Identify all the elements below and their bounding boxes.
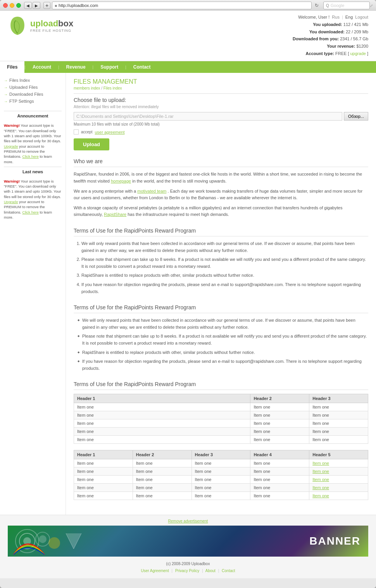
terms1-section: Terms of Use for the RapidPoints Reward … bbox=[74, 228, 368, 295]
footer-links: User Agreement | Privacy Policy | About … bbox=[8, 567, 368, 574]
upload-section: Choose file to upload: Attention: illega… bbox=[74, 97, 368, 150]
new-tab-button[interactable]: + bbox=[43, 2, 50, 9]
traffic-lights bbox=[3, 3, 21, 8]
browser-nav-buttons: ◀ ▶ bbox=[24, 2, 40, 9]
announcement-title: Announcement bbox=[4, 111, 62, 121]
col-header: Header 4 bbox=[250, 450, 309, 459]
upgrade-link-news[interactable]: Upgrade bbox=[4, 200, 18, 204]
warning-label: Warning! bbox=[4, 123, 20, 128]
footer-user-agreement[interactable]: User Agreement bbox=[141, 569, 169, 573]
forward-button[interactable]: ▶ bbox=[33, 2, 40, 9]
breadcrumb: members index / Files index bbox=[74, 86, 368, 90]
para-2: We are a young enterprise with a motivat… bbox=[74, 188, 368, 202]
col-header: Header 2 bbox=[250, 394, 309, 403]
logo-text: uploadbox FREE FILE HOSTING bbox=[30, 19, 73, 33]
page: uploadbox FREE FILE HOSTING Welcome, Use… bbox=[0, 11, 376, 578]
logout-link[interactable]: Logout bbox=[355, 15, 368, 19]
table-row: Item oneItem oneItem oneItem oneItem one bbox=[74, 467, 368, 476]
lang-rus[interactable]: Rus bbox=[332, 15, 340, 19]
rapidshare-link[interactable]: RapidShare bbox=[104, 212, 126, 217]
svg-point-5 bbox=[48, 537, 60, 549]
site-footer: Remove advertisement bbox=[0, 515, 376, 578]
list-item: Please note that shipment can take up to… bbox=[78, 333, 368, 347]
accept-row: accept user agreement bbox=[74, 129, 368, 134]
terms1-list: We will only reward points that have bee… bbox=[74, 240, 368, 295]
footer-copyright: (c) 2008-2009 Uploadbox User Agreement |… bbox=[8, 560, 368, 574]
logo-brand: uploadbox bbox=[30, 19, 73, 29]
sidebar-nav: → Files Index → Uploaded Files → Downloa… bbox=[0, 77, 66, 105]
col-header: Header 1 bbox=[74, 394, 250, 403]
sidebar-uploaded-files[interactable]: → Uploaded Files bbox=[0, 84, 66, 91]
upload-size-note: Maximum 10 files with total size of (200… bbox=[74, 122, 368, 126]
col-header: Header 3 bbox=[309, 394, 368, 403]
nav-files[interactable]: Files bbox=[0, 61, 24, 73]
footer-privacy-policy[interactable]: Privacy Policy bbox=[175, 569, 199, 573]
user-agreement-link[interactable]: user agreement bbox=[95, 130, 124, 134]
browse-button[interactable]: Обзор... bbox=[344, 112, 368, 121]
terms3-title: Terms of Use for the RapidPoints Reward … bbox=[74, 381, 368, 390]
site-header: uploadbox FREE FILE HOSTING Welcome, Use… bbox=[0, 11, 376, 61]
upgrade-link[interactable]: upgrade bbox=[350, 51, 366, 56]
nav-contact[interactable]: Contact bbox=[126, 61, 158, 73]
table-row: Item oneItem oneItem one bbox=[74, 419, 368, 428]
table-1: Header 1 Header 2 Header 3 Item oneItem … bbox=[74, 394, 368, 444]
sidebar-ftp-settings[interactable]: → FTP Settings bbox=[0, 98, 66, 105]
close-button[interactable] bbox=[3, 3, 8, 8]
reload-button[interactable]: ↻ bbox=[313, 3, 320, 8]
list-item: We will only reward points that have bee… bbox=[81, 240, 368, 254]
table-row: Item oneItem oneItem one bbox=[74, 411, 368, 419]
nav-revenue[interactable]: Revenue bbox=[59, 61, 93, 73]
content-area: FILES MANAGEMENT members index / Files i… bbox=[66, 73, 376, 515]
table-row: Item oneItem oneItem oneItem oneItem one bbox=[74, 459, 368, 467]
address-bar[interactable]: ■ http://uploadbox.com bbox=[52, 2, 312, 9]
homepage-link[interactable]: homepage bbox=[111, 179, 131, 183]
nav-support[interactable]: Support bbox=[93, 61, 125, 73]
lang-eng[interactable]: Eng bbox=[345, 15, 353, 19]
table-row: Item oneItem oneItem oneItem oneItem one bbox=[74, 484, 368, 492]
list-item: If you have reason for objection regardi… bbox=[81, 281, 368, 295]
svg-point-4 bbox=[39, 535, 47, 543]
address-bar-area: + ■ http://uploadbox.com ↻ bbox=[43, 2, 320, 9]
logo-icon bbox=[8, 15, 27, 36]
table-row: Item oneItem oneItem one bbox=[74, 428, 368, 436]
click-here-link[interactable]: Click here bbox=[22, 154, 39, 159]
accept-text: accept bbox=[81, 130, 92, 134]
footer-about[interactable]: About bbox=[205, 569, 216, 573]
sidebar-downloaded-files[interactable]: → Downloaded Files bbox=[0, 91, 66, 98]
minimize-button[interactable] bbox=[10, 3, 14, 8]
warning-label-news: Warning! bbox=[4, 179, 20, 183]
terms2-title: Terms of Use for the RapidPoints Reward … bbox=[74, 304, 368, 313]
arrow-icon: → bbox=[4, 85, 8, 90]
user-stats: You uploaded: 112 / 421 Mb You downloade… bbox=[293, 21, 368, 57]
file-input[interactable]: C:\Documents and Settings\User\Desktop\F… bbox=[74, 112, 342, 121]
table-row: Item oneItem oneItem oneItem oneItem one bbox=[74, 492, 368, 500]
page-title: FILES MANAGEMENT bbox=[74, 78, 368, 85]
logo-tagline: FREE FILE HOSTING bbox=[30, 29, 73, 33]
search-bar[interactable]: Q Google bbox=[323, 2, 370, 9]
remove-ad-link[interactable]: Remove advertisement bbox=[8, 519, 368, 523]
motivated-team-link[interactable]: motivated team bbox=[137, 189, 166, 193]
sidebar-files-index[interactable]: → Files Index bbox=[0, 77, 66, 84]
col-header: Header 5 bbox=[309, 450, 368, 459]
last-news-title: Last news bbox=[4, 167, 62, 176]
terms2-section: Terms of Use for the RapidPoints Reward … bbox=[74, 304, 368, 372]
user-top-bar: Welcome, User ! Rus | Eng Logout bbox=[293, 15, 368, 19]
nav-account[interactable]: Account bbox=[26, 61, 58, 73]
sidebar: → Files Index → Uploaded Files → Downloa… bbox=[0, 73, 66, 515]
list-item: RapidShare is entitled to replace produc… bbox=[81, 272, 368, 279]
upload-button[interactable]: Upload bbox=[74, 138, 109, 150]
upgrade-link-sidebar[interactable]: Upgrade bbox=[4, 144, 18, 148]
back-button[interactable]: ◀ bbox=[24, 2, 32, 9]
col-header: Header 2 bbox=[133, 450, 191, 459]
click-here-link-news[interactable]: Click here bbox=[22, 210, 39, 214]
table-2: Header 1 Header 2 Header 3 Header 4 Head… bbox=[74, 450, 368, 500]
welcome-text: Welcome, User ! bbox=[298, 15, 329, 19]
maximize-button[interactable] bbox=[16, 3, 21, 8]
logo-area: uploadbox FREE FILE HOSTING bbox=[8, 15, 73, 36]
accept-checkbox[interactable] bbox=[74, 129, 79, 134]
upload-input-row: C:\Documents and Settings\User\Desktop\F… bbox=[74, 112, 368, 121]
banner-decoration bbox=[12, 526, 89, 557]
table-row: Item oneItem oneItem oneItem oneItem one bbox=[74, 476, 368, 484]
who-we-are-title: Who we are bbox=[74, 158, 368, 167]
footer-contact[interactable]: Contact bbox=[222, 569, 235, 573]
